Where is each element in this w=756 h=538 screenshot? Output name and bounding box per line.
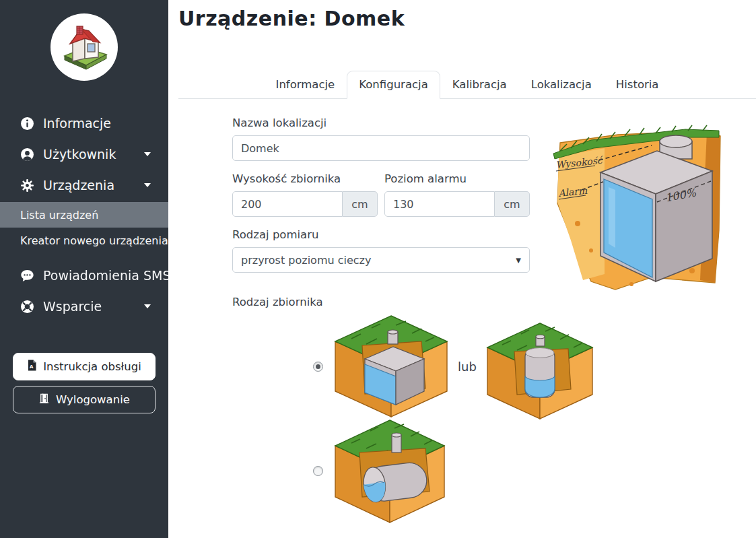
alarm-level-label: Poziom alarmu bbox=[384, 172, 530, 185]
life-ring-icon bbox=[20, 300, 34, 314]
logout-button[interactable]: Wylogowanie bbox=[13, 386, 156, 413]
tank-type-radio-cuboid-or-vertical[interactable] bbox=[313, 362, 323, 372]
tab-informacje[interactable]: Informacje bbox=[264, 71, 347, 99]
sidebar-item-label: Informacje bbox=[43, 116, 111, 131]
chevron-down-icon bbox=[144, 304, 151, 308]
tank-type-option-horizontal[interactable] bbox=[313, 416, 756, 525]
measurement-type-select[interactable]: przyrost poziomu cieczy ▼ bbox=[232, 247, 530, 273]
measurement-type-selected-value: przyrost poziomu cieczy bbox=[241, 254, 371, 267]
house-logo-icon bbox=[58, 21, 110, 73]
sidebar: Informacje Użytkownik Urządzenia Lista u… bbox=[0, 0, 168, 538]
horizontal-cylinder-tank-illustration bbox=[331, 416, 449, 525]
alarm-level-unit-addon: cm bbox=[495, 191, 530, 217]
app-logo bbox=[50, 13, 118, 81]
tank-height-alarm-diagram: Wysokość Alarm 100% bbox=[551, 116, 727, 299]
sidebar-footer: A Instrukcja obsługi Wylogowanie bbox=[13, 353, 156, 413]
tank-height-unit-addon: cm bbox=[343, 191, 378, 217]
tank-height-label: Wysokość zbiornika bbox=[232, 172, 378, 185]
sidebar-item-powiadomienia-sms[interactable]: Powiadomienia SMS bbox=[0, 260, 168, 291]
sidebar-nav: Informacje Użytkownik Urządzenia Lista u… bbox=[0, 108, 168, 322]
alarm-level-input[interactable] bbox=[384, 191, 495, 217]
measurement-type-field-group: Rodzaj pomiaru przyrost poziomu cieczy ▼ bbox=[232, 228, 530, 273]
tab-bar: Informacje Konfiguracja Kalibracja Lokal… bbox=[178, 71, 756, 99]
tab-konfiguracja[interactable]: Konfiguracja bbox=[347, 71, 440, 99]
tank-type-option-cuboid-or-vertical[interactable]: lub bbox=[313, 311, 756, 422]
main-content: Urządzenie: Domek Informacje Konfiguracj… bbox=[168, 0, 756, 538]
sidebar-item-uzytkownik[interactable]: Użytkownik bbox=[0, 139, 168, 170]
sidebar-item-label: Powiadomienia SMS bbox=[43, 268, 171, 283]
sidebar-item-label: Urządzenia bbox=[43, 178, 114, 193]
info-icon bbox=[20, 116, 34, 131]
logout-button-label: Wylogowanie bbox=[56, 393, 130, 406]
configuration-form: Nazwa lokalizacji Wysokość zbiornika cm … bbox=[232, 116, 530, 308]
alarm-level-field-group: Poziom alarmu cm bbox=[384, 172, 530, 217]
tank-height-alarm-row: Wysokość zbiornika cm Poziom alarmu cm bbox=[232, 172, 530, 217]
tank-height-input[interactable] bbox=[232, 191, 343, 217]
cuboid-tank-illustration bbox=[331, 312, 451, 421]
chat-icon bbox=[20, 269, 34, 283]
tab-kalibracja[interactable]: Kalibracja bbox=[440, 71, 519, 99]
tank-type-label: Rodzaj zbiornika bbox=[232, 296, 530, 308]
sidebar-subitem-kreator-nowego-urzadzenia[interactable]: Kreator nowego urządzenia bbox=[0, 228, 168, 253]
or-label: lub bbox=[458, 360, 477, 374]
manual-button-label: Instrukcja obsługi bbox=[43, 360, 141, 373]
sidebar-item-label: Użytkownik bbox=[43, 147, 116, 162]
chevron-down-icon bbox=[144, 183, 151, 187]
select-caret-icon: ▼ bbox=[516, 257, 521, 264]
tab-historia[interactable]: Historia bbox=[604, 71, 671, 99]
sidebar-submenu: Lista urządzeń Kreator nowego urządzenia bbox=[0, 202, 168, 253]
sidebar-item-wsparcie[interactable]: Wsparcie bbox=[0, 291, 168, 322]
tank-type-radio-horizontal[interactable] bbox=[313, 466, 323, 476]
pdf-file-icon: A bbox=[27, 360, 37, 374]
door-open-icon bbox=[38, 393, 50, 407]
measurement-type-label: Rodzaj pomiaru bbox=[232, 228, 530, 241]
svg-text:A: A bbox=[30, 364, 34, 370]
sidebar-item-urzadzenia[interactable]: Urządzenia bbox=[0, 170, 168, 201]
location-name-input[interactable] bbox=[232, 135, 530, 161]
vertical-cylinder-tank-illustration bbox=[483, 319, 596, 422]
manual-button[interactable]: A Instrukcja obsługi bbox=[13, 353, 156, 380]
sidebar-item-label: Wsparcie bbox=[43, 299, 102, 314]
tank-height-field-group: Wysokość zbiornika cm bbox=[232, 172, 378, 217]
tab-lokalizacja[interactable]: Lokalizacja bbox=[519, 71, 604, 99]
sidebar-item-informacje[interactable]: Informacje bbox=[0, 108, 168, 139]
location-name-label: Nazwa lokalizacji bbox=[232, 116, 530, 129]
gear-icon bbox=[20, 178, 34, 193]
location-name-field-group: Nazwa lokalizacji bbox=[232, 116, 530, 161]
chevron-down-icon bbox=[144, 152, 151, 156]
user-icon bbox=[20, 147, 34, 162]
page-title: Urządzenie: Domek bbox=[178, 0, 756, 30]
sidebar-subitem-lista-urzadzen[interactable]: Lista urządzeń bbox=[0, 202, 168, 228]
